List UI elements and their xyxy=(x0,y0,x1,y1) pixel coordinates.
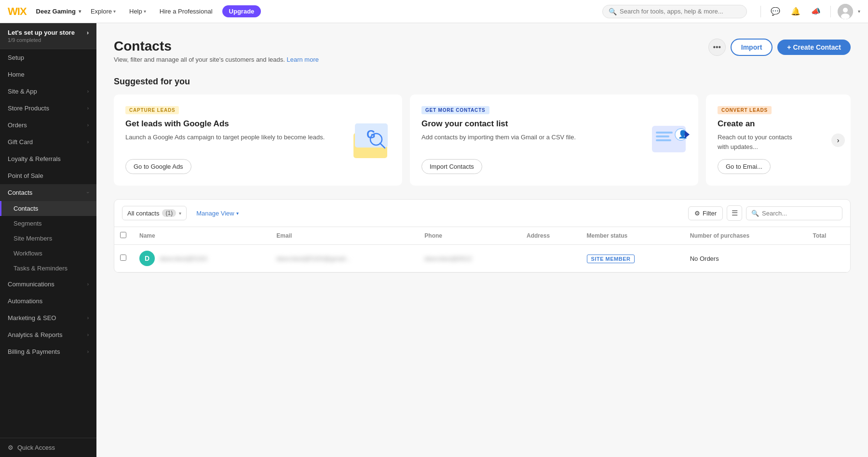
contacts-filter-select[interactable]: All contacts (1) ▾ xyxy=(122,206,187,220)
quick-access-icon: ⚙ xyxy=(8,444,14,451)
next-card-button[interactable]: › xyxy=(831,134,845,147)
sidebar-item-setup[interactable]: Setup xyxy=(0,49,96,66)
svg-point-2 xyxy=(841,13,850,19)
billing-chevron-icon: › xyxy=(87,349,89,354)
quick-access-footer[interactable]: ⚙ Quick Access xyxy=(0,438,96,457)
sidebar-label-orders: Orders xyxy=(8,121,27,129)
filter-icon: ⚙ xyxy=(694,210,700,217)
wix-logo: WIX xyxy=(8,5,27,18)
col-email: Email xyxy=(271,227,419,245)
search-input[interactable] xyxy=(620,8,741,15)
explore-nav[interactable]: Explore ▾ xyxy=(87,6,120,17)
sidebar-sub-site-members[interactable]: Site Members xyxy=(0,231,96,246)
import-button[interactable]: Import xyxy=(731,39,773,56)
create-contact-button[interactable]: + Create Contact xyxy=(777,40,851,55)
card-tag-convert-leads: CONVERT LEADS xyxy=(718,106,772,114)
help-nav[interactable]: Help ▾ xyxy=(125,6,150,17)
sidebar-sub-label-site-members: Site Members xyxy=(14,235,52,242)
row-name-cell: D deecntest@5163 xyxy=(134,245,271,272)
table-header: Name Email Phone Address Member status N… xyxy=(114,227,850,245)
global-search[interactable]: 🔍 xyxy=(602,5,747,18)
select-all-checkbox[interactable] xyxy=(120,232,126,238)
main-content: Contacts View, filter and manage all of … xyxy=(96,23,868,457)
filter-btn-label: Filter xyxy=(703,210,717,217)
sidebar-item-communications[interactable]: Communications › xyxy=(0,276,96,293)
sidebar-item-analytics[interactable]: Analytics & Reports › xyxy=(0,326,96,343)
select-all-header[interactable] xyxy=(114,227,134,245)
contacts-table: Name Email Phone Address Member status N… xyxy=(114,227,850,272)
quick-access-label: Quick Access xyxy=(17,444,55,451)
table-search-input[interactable] xyxy=(762,210,837,217)
brand-selector[interactable]: Deez Gaming ▾ xyxy=(36,8,81,15)
chat-icon[interactable]: 💬 xyxy=(768,4,783,19)
avatar-chevron-icon: ▾ xyxy=(858,9,860,14)
suggestion-cards: CAPTURE LEADS Get leads with Google Ads … xyxy=(114,94,851,186)
nav-icons: 💬 🔔 📣 ▾ xyxy=(759,4,860,19)
columns-button[interactable]: ☰ xyxy=(727,205,742,221)
go-to-email-button[interactable]: Go to Emai... xyxy=(718,159,771,174)
sidebar-item-orders[interactable]: Orders › xyxy=(0,117,96,134)
sidebar-sub-label-tasks: Tasks & Reminders xyxy=(14,265,68,272)
manage-view-button[interactable]: Manage View ▾ xyxy=(192,207,243,220)
contact-phone: deecntest@0012 xyxy=(424,255,472,262)
header-actions: ••• Import + Create Contact xyxy=(708,39,851,56)
svg-point-1 xyxy=(843,8,848,13)
sidebar-item-store-products[interactable]: Store Products › xyxy=(0,100,96,117)
sidebar-label-loyalty: Loyalty & Referrals xyxy=(8,155,61,162)
card-desc-contacts: Add contacts by importing them via Gmail… xyxy=(421,133,640,151)
sidebar-sub-contacts[interactable]: Contacts xyxy=(0,201,96,216)
suggestion-card-contacts: GET MORE CONTACTS Grow your contact list… xyxy=(410,94,698,186)
sidebar-item-contacts[interactable]: Contacts › xyxy=(0,184,96,201)
more-options-button[interactable]: ••• xyxy=(708,39,726,56)
sidebar-sub-label-workflows: Workflows xyxy=(14,250,42,257)
table-row: D deecntest@5163 deecntest@5163@gmail...… xyxy=(114,245,850,272)
filter-count: (1) xyxy=(162,209,176,217)
sidebar-item-site-app[interactable]: Site & App › xyxy=(0,83,96,100)
sidebar-item-home[interactable]: Home xyxy=(0,66,96,83)
filter-label: All contacts xyxy=(127,210,159,217)
sidebar-label-site-app: Site & App xyxy=(8,88,37,95)
table-search[interactable]: 🔍 xyxy=(746,206,842,220)
avatar[interactable] xyxy=(838,4,853,19)
filter-button[interactable]: ⚙ Filter xyxy=(688,206,723,220)
sidebar-label-store-products: Store Products xyxy=(8,105,49,112)
setup-banner[interactable]: Let's set up your store › 1/9 completed xyxy=(0,23,96,49)
hire-professional-nav[interactable]: Hire a Professional xyxy=(156,6,217,17)
setup-title[interactable]: Let's set up your store › xyxy=(8,29,89,36)
upgrade-button[interactable]: Upgrade xyxy=(222,5,261,17)
sidebar-item-automations[interactable]: Automations xyxy=(0,293,96,309)
communications-chevron-icon: › xyxy=(87,282,89,287)
site-app-chevron-icon: › xyxy=(87,89,89,94)
row-checkbox[interactable] xyxy=(120,255,126,261)
col-member-status: Member status xyxy=(581,227,684,245)
row-phone-cell: deecntest@0012 xyxy=(419,245,521,272)
brand-name: Deez Gaming xyxy=(36,8,76,15)
megaphone-icon[interactable]: 📣 xyxy=(808,4,824,19)
avatar-icon xyxy=(838,4,853,19)
learn-more-link[interactable]: Learn more xyxy=(286,56,318,63)
suggested-section: Suggested for you CAPTURE LEADS Get lead… xyxy=(114,77,851,186)
sidebar-label-analytics: Analytics & Reports xyxy=(8,331,62,338)
filter-chevron-icon: ▾ xyxy=(179,211,181,216)
card-tag-more-contacts: GET MORE CONTACTS xyxy=(421,106,489,114)
sidebar-item-pos[interactable]: Point of Sale xyxy=(0,167,96,184)
import-contacts-button[interactable]: Import Contacts xyxy=(421,159,482,174)
search-icon: 🔍 xyxy=(609,8,617,15)
bell-icon[interactable]: 🔔 xyxy=(788,4,803,19)
row-checkbox-cell[interactable] xyxy=(114,245,134,272)
sidebar-label-automations: Automations xyxy=(8,297,42,305)
sidebar-label-pos: Point of Sale xyxy=(8,172,43,179)
sidebar-item-marketing[interactable]: Marketing & SEO › xyxy=(0,309,96,326)
sidebar-sub-workflows[interactable]: Workflows xyxy=(0,246,96,261)
card-desc-convert: Reach out to your contacts with updates.… xyxy=(718,133,793,151)
go-to-google-ads-button[interactable]: Go to Google Ads xyxy=(125,159,191,174)
sidebar-label-gift-card: Gift Card xyxy=(8,138,33,146)
sidebar-item-gift-card[interactable]: Gift Card › xyxy=(0,134,96,150)
sidebar-sub-segments[interactable]: Segments xyxy=(0,216,96,231)
row-purchases-cell: No Orders xyxy=(684,245,807,272)
col-total: Total xyxy=(807,227,850,245)
sidebar-label-communications: Communications xyxy=(8,281,54,288)
sidebar-sub-tasks[interactable]: Tasks & Reminders xyxy=(0,261,96,276)
sidebar-item-loyalty[interactable]: Loyalty & Referrals xyxy=(0,150,96,167)
sidebar-item-billing[interactable]: Billing & Payments › xyxy=(0,343,96,360)
